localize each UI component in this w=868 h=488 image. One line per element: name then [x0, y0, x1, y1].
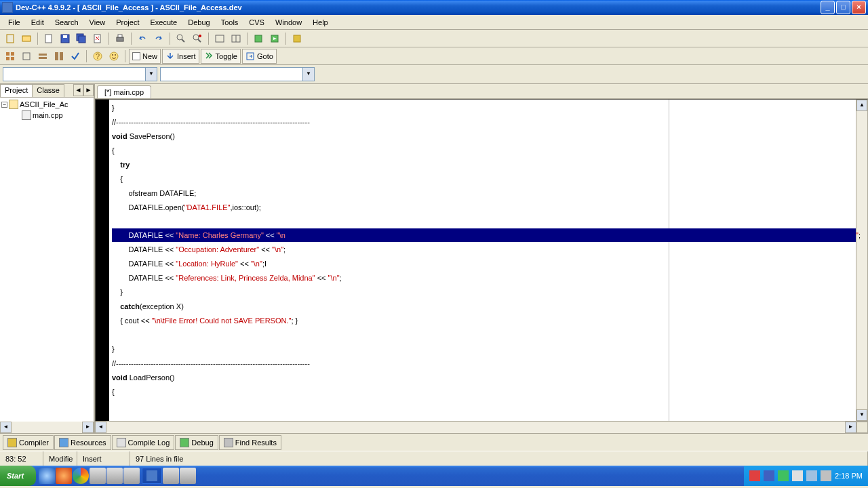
goto-label: Goto: [257, 52, 273, 60]
quicklaunch-icon-4[interactable]: [163, 468, 179, 484]
menu-file[interactable]: File: [3, 16, 26, 28]
tray-icon-2[interactable]: [764, 470, 774, 481]
menu-view[interactable]: View: [84, 16, 111, 28]
ie-icon[interactable]: [39, 468, 55, 484]
menu-edit[interactable]: Edit: [26, 16, 50, 28]
close-button[interactable]: ×: [852, 1, 866, 14]
close-file-icon[interactable]: [90, 31, 105, 46]
chrome-icon[interactable]: [73, 468, 89, 484]
check-icon[interactable]: [68, 49, 83, 64]
status-bar: 83: 52 Modifie Insert 97 Lines in file: [0, 451, 868, 466]
log-icon: [117, 438, 126, 447]
editor-tab-main[interactable]: [*] main.cpp: [97, 85, 151, 98]
menu-cvs[interactable]: CVS: [243, 16, 270, 28]
about-icon[interactable]: [106, 49, 121, 64]
find-icon[interactable]: [174, 31, 189, 46]
insert-button[interactable]: Insert: [162, 49, 199, 64]
quicklaunch-icon-2[interactable]: [106, 468, 123, 484]
new-button[interactable]: New: [129, 49, 161, 64]
svg-rect-17: [294, 35, 300, 42]
system-tray[interactable]: 2:18 PM: [744, 466, 868, 486]
chevron-down-icon[interactable]: ▼: [302, 68, 314, 81]
tree-file-item[interactable]: main.cpp: [1, 110, 92, 121]
save-all-icon[interactable]: [74, 31, 89, 46]
print-icon[interactable]: [113, 31, 127, 46]
sidebar-tab-project[interactable]: Project: [0, 84, 33, 97]
class-combo[interactable]: ▼: [3, 67, 157, 81]
tab-scroll-left[interactable]: ◄: [73, 84, 83, 96]
new-checkbox[interactable]: [132, 52, 140, 60]
menu-debug[interactable]: Debug: [182, 16, 215, 28]
scroll-down-arrow[interactable]: ▼: [856, 409, 867, 421]
tray-icon-3[interactable]: [778, 470, 789, 481]
volume-icon[interactable]: [821, 470, 831, 481]
sidebar-tab-classes[interactable]: Classe: [32, 84, 64, 97]
toolbar-btn-2[interactable]: [19, 31, 34, 46]
tab-compiler[interactable]: Compiler: [3, 435, 54, 450]
menu-tools[interactable]: Tools: [216, 16, 244, 28]
start-button[interactable]: Start: [0, 466, 36, 486]
help-icon[interactable]: ?: [90, 49, 105, 64]
tab-compile-log[interactable]: Compile Log: [112, 435, 175, 450]
tab-debug[interactable]: Debug: [175, 435, 218, 450]
toolbar-btn-1[interactable]: [3, 31, 18, 46]
vertical-scrollbar[interactable]: ▲ ▼: [856, 100, 867, 421]
menu-project[interactable]: Project: [111, 16, 144, 28]
tab-resources[interactable]: Resources: [54, 435, 111, 450]
tray-icon-1[interactable]: [749, 470, 760, 481]
editor-hscroll-track[interactable]: [106, 422, 845, 433]
redo-icon[interactable]: [151, 31, 166, 46]
run-icon[interactable]: [267, 31, 282, 46]
toolbar-btn-14[interactable]: [229, 31, 243, 46]
sidebar-hscroll-track[interactable]: [12, 422, 82, 433]
save-icon[interactable]: [58, 31, 73, 46]
replace-icon[interactable]: [190, 31, 205, 46]
svg-rect-26: [60, 52, 63, 60]
network-icon[interactable]: [806, 470, 817, 481]
toggle-button[interactable]: Toggle: [201, 49, 241, 64]
tree-root[interactable]: − ASCII_File_Ac: [1, 99, 92, 110]
grid-icon-1[interactable]: [3, 49, 18, 64]
quicklaunch-icon-3[interactable]: [123, 468, 140, 484]
menu-bar: File Edit Search View Project Execute De…: [0, 15, 868, 30]
firefox-icon[interactable]: [56, 468, 72, 484]
menu-search[interactable]: Search: [50, 16, 84, 28]
svg-rect-25: [55, 52, 58, 60]
svg-rect-18: [6, 52, 9, 56]
maximize-button[interactable]: □: [836, 1, 850, 14]
chevron-down-icon[interactable]: ▼: [145, 68, 157, 81]
quicklaunch-icon-5[interactable]: [180, 468, 196, 484]
editor-hscroll-right[interactable]: ►: [845, 422, 856, 433]
grid-icon-4[interactable]: [52, 49, 66, 64]
folder-icon: [9, 100, 18, 109]
tab-scroll-right[interactable]: ►: [83, 84, 94, 96]
goto-button[interactable]: Goto: [242, 49, 277, 64]
menu-window[interactable]: Window: [270, 16, 307, 28]
minimize-button[interactable]: _: [821, 1, 835, 14]
tree-collapse-icon[interactable]: −: [1, 102, 7, 108]
new-file-icon[interactable]: [41, 31, 56, 46]
scroll-track[interactable]: [856, 111, 867, 409]
taskbar-item-devcpp[interactable]: [142, 468, 162, 484]
scroll-up-arrow[interactable]: ▲: [856, 100, 867, 111]
project-tree[interactable]: − ASCII_File_Ac main.cpp: [0, 98, 94, 422]
grid-icon-3[interactable]: [35, 49, 50, 64]
undo-icon[interactable]: [135, 31, 150, 46]
sidebar-tab-strip: Project Classe ◄ ►: [0, 84, 94, 98]
toolbar-btn-13[interactable]: [212, 31, 227, 46]
sidebar-hscroll-left[interactable]: ◄: [0, 422, 12, 433]
function-combo[interactable]: ▼: [160, 67, 315, 81]
rebuild-icon[interactable]: [290, 31, 304, 46]
code-content[interactable]: } //------------------------------------…: [109, 100, 856, 421]
code-editor[interactable]: } //------------------------------------…: [95, 99, 868, 422]
menu-help[interactable]: Help: [307, 16, 334, 28]
tab-find-results[interactable]: Find Results: [219, 435, 281, 450]
grid-icon-2[interactable]: [19, 49, 34, 64]
sidebar-hscroll-right[interactable]: ►: [82, 422, 94, 433]
menu-execute[interactable]: Execute: [144, 16, 182, 28]
clock[interactable]: 2:18 PM: [835, 472, 863, 480]
editor-hscroll-left[interactable]: ◄: [95, 422, 106, 433]
compile-icon[interactable]: [251, 31, 266, 46]
tray-icon-4[interactable]: [792, 470, 803, 481]
quicklaunch-icon-1[interactable]: [90, 468, 106, 484]
